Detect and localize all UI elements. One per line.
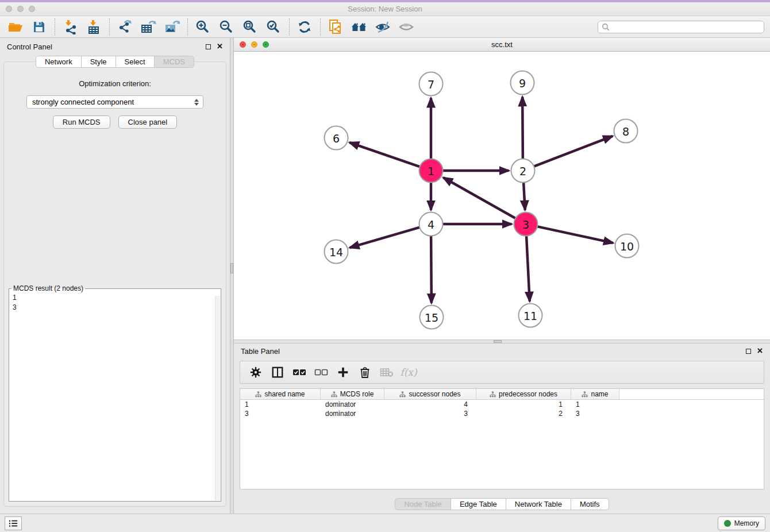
table-row[interactable]: 1dominator411 <box>240 400 764 409</box>
zoom-out-icon <box>219 20 234 34</box>
graph-edge-4-14[interactable] <box>350 227 421 248</box>
run-mcds-button[interactable]: Run MCDS <box>53 115 110 129</box>
network-graph[interactable]: 7968124314101511 <box>234 52 770 337</box>
graph-edge-4-15[interactable] <box>431 234 432 303</box>
zoom-in-icon <box>195 20 210 34</box>
application-window: Session: New Session <box>0 0 770 532</box>
cell-predecessor-nodes[interactable]: 1 <box>476 400 571 409</box>
main-area: Control Panel ✕ NetworkStyleSelectMCDS O… <box>0 38 770 514</box>
save-session-button[interactable] <box>29 18 49 36</box>
hide-graphics-details-button[interactable] <box>373 18 392 36</box>
graph-node-label: 7 <box>428 78 434 91</box>
apply-layout-button[interactable] <box>295 18 314 36</box>
network-overview-button[interactable] <box>349 18 369 36</box>
tab-network[interactable]: Network <box>36 56 82 68</box>
cell-shared-name[interactable]: 3 <box>240 409 321 418</box>
graph-edge-3-1[interactable] <box>443 178 517 219</box>
graph-edge-3-10[interactable] <box>536 226 613 243</box>
column-header-successor-nodes[interactable]: successor nodes <box>384 389 476 399</box>
tab-network-table[interactable]: Network Table <box>506 498 571 510</box>
table-row[interactable]: 3dominator323 <box>240 409 764 418</box>
splitter-knob[interactable] <box>230 263 233 273</box>
optimization-criterion-label: Optimization criterion: <box>4 79 226 88</box>
search-icon <box>602 23 610 31</box>
export-image-icon <box>164 20 180 34</box>
zoom-out-button[interactable] <box>217 18 236 36</box>
criterion-select[interactable]: strongly connected component <box>26 95 203 109</box>
close-panel-button[interactable]: Close panel <box>118 115 178 129</box>
tab-node-table[interactable]: Node Table <box>395 498 451 510</box>
mcds-panel: Optimization criterion: strongly connect… <box>3 61 226 507</box>
column-header-predecessor-nodes[interactable]: predecessor nodes <box>476 389 571 399</box>
export-table-button[interactable] <box>138 18 158 36</box>
zoom-selected-button[interactable] <box>264 18 283 36</box>
cell-successor-nodes[interactable]: 3 <box>384 409 476 418</box>
table-settings-button[interactable] <box>247 364 264 380</box>
graph-edge-3-11[interactable] <box>526 234 530 301</box>
fx-icon: f(x) <box>400 367 417 378</box>
graph-edge-2-3[interactable] <box>523 181 525 210</box>
graph-node-label: 8 <box>622 125 629 138</box>
tab-motifs[interactable]: Motifs <box>571 498 609 510</box>
float-panel-icon[interactable] <box>746 349 751 354</box>
show-graphics-details-button[interactable] <box>396 18 416 36</box>
import-network-icon <box>63 20 78 34</box>
toolbar-separator <box>109 18 110 36</box>
zoom-selected-icon <box>266 20 281 34</box>
cell-name[interactable]: 1 <box>571 400 619 409</box>
delete-column-button[interactable] <box>356 364 374 380</box>
unselect-all-columns-button[interactable] <box>313 364 330 380</box>
network-canvas[interactable]: 7968124314101511 <box>234 52 770 340</box>
graph-edge-1-6[interactable] <box>349 142 421 167</box>
import-table-button[interactable] <box>84 18 103 36</box>
graph-node-label: 14 <box>329 246 343 259</box>
cell-name[interactable]: 3 <box>571 409 619 418</box>
import-network-button[interactable] <box>60 18 80 36</box>
table-body: 1dominator4113dominator323 <box>240 400 764 418</box>
search-input[interactable] <box>610 22 760 31</box>
control-panel-tabs: NetworkStyleSelectMCDS <box>0 56 230 68</box>
tab-mcds[interactable]: MCDS <box>154 56 194 68</box>
cell-predecessor-nodes[interactable]: 2 <box>476 409 571 418</box>
eye-slash-icon <box>375 20 391 34</box>
tab-edge-table[interactable]: Edge Table <box>451 498 506 510</box>
task-history-button[interactable] <box>5 516 22 530</box>
show-column-button[interactable] <box>269 364 286 380</box>
function-builder-button[interactable]: f(x) <box>400 364 417 380</box>
select-all-columns-button[interactable] <box>291 364 308 380</box>
create-column-button[interactable] <box>334 364 352 380</box>
column-header-MCDS-role[interactable]: MCDS role <box>321 389 384 399</box>
memory-button[interactable]: Memory <box>718 516 765 530</box>
cell-MCDS-role[interactable]: dominator <box>321 409 384 418</box>
tab-style[interactable]: Style <box>81 56 116 68</box>
open-session-button[interactable] <box>6 18 25 36</box>
clone-network-button[interactable] <box>326 18 345 36</box>
delete-table-button[interactable] <box>378 364 395 380</box>
vertical-splitter[interactable] <box>230 38 234 514</box>
graph-node-label: 4 <box>428 218 434 231</box>
float-panel-icon[interactable] <box>206 44 211 49</box>
status-bar: Memory <box>0 514 770 532</box>
splitter-knob[interactable] <box>494 340 502 343</box>
close-panel-icon[interactable]: ✕ <box>757 348 763 354</box>
export-image-button[interactable] <box>162 18 182 36</box>
tab-select[interactable]: Select <box>116 56 155 68</box>
zoom-in-button[interactable] <box>193 18 213 36</box>
column-header-name[interactable]: name <box>571 389 619 399</box>
cell-successor-nodes[interactable]: 4 <box>384 400 476 409</box>
toolbar-separator <box>320 18 321 36</box>
export-network-button[interactable] <box>115 18 134 36</box>
result-scrollbar[interactable] <box>215 296 220 500</box>
cell-shared-name[interactable]: 1 <box>240 400 321 409</box>
select-chevrons-icon <box>194 98 199 106</box>
graph-node-label: 2 <box>519 165 526 178</box>
column-header-shared-name[interactable]: shared name <box>240 389 321 399</box>
memory-button-label: Memory <box>734 519 759 527</box>
cell-MCDS-role[interactable]: dominator <box>321 400 384 409</box>
graph-edge-2-8[interactable] <box>533 136 613 167</box>
close-panel-icon[interactable]: ✕ <box>217 44 223 49</box>
zoom-fit-button[interactable] <box>240 18 260 36</box>
criterion-select-value: strongly connected component <box>32 98 134 106</box>
column-type-icon <box>255 391 261 398</box>
graph-edge-2-9[interactable] <box>522 97 523 160</box>
